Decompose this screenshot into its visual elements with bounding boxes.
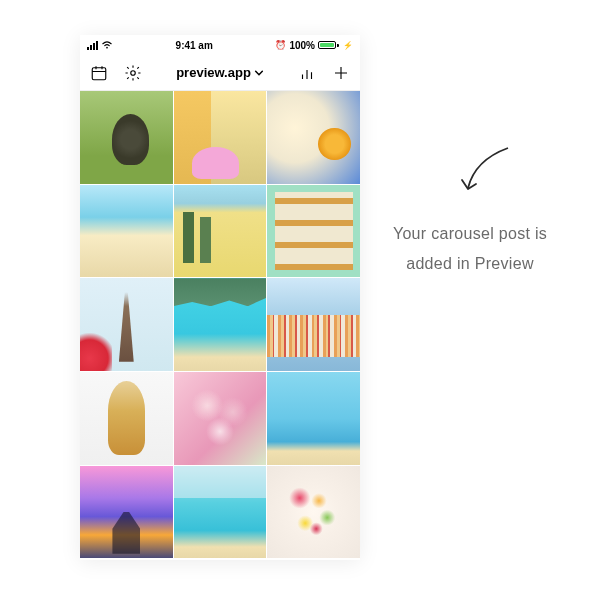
grid-post[interactable] xyxy=(80,278,173,371)
annotation-text: Your carousel post is added in Preview xyxy=(385,219,555,280)
status-right: ⏰ 100% ⚡ xyxy=(275,40,353,51)
svg-point-2 xyxy=(131,70,136,75)
annotation: Your carousel post is added in Preview xyxy=(385,140,555,280)
status-bar: 9:41 am ⏰ 100% ⚡ xyxy=(80,35,360,55)
phone-frame: 9:41 am ⏰ 100% ⚡ preview.app xyxy=(80,35,360,560)
calendar-button[interactable] xyxy=(90,64,108,82)
grid-post[interactable] xyxy=(267,466,360,559)
settings-button[interactable] xyxy=(124,64,142,82)
grid-post[interactable] xyxy=(267,278,360,371)
battery-icon xyxy=(318,41,339,49)
app-header: preview.app xyxy=(80,55,360,91)
svg-point-0 xyxy=(106,46,108,48)
add-button[interactable] xyxy=(332,64,350,82)
app-title-dropdown[interactable]: preview.app xyxy=(176,65,264,80)
grid-post[interactable] xyxy=(267,91,360,184)
grid-post[interactable] xyxy=(174,466,267,559)
grid-post[interactable] xyxy=(80,91,173,184)
charging-icon: ⚡ xyxy=(343,41,353,50)
grid-post[interactable] xyxy=(174,185,267,278)
status-time: 9:41 am xyxy=(176,40,213,51)
alarm-icon: ⏰ xyxy=(275,40,286,50)
wifi-icon xyxy=(101,40,113,51)
analytics-button[interactable] xyxy=(298,64,316,82)
grid-post[interactable] xyxy=(174,372,267,465)
signal-icon xyxy=(87,41,98,50)
grid-post[interactable] xyxy=(80,185,173,278)
app-title: preview.app xyxy=(176,65,251,80)
grid-post[interactable] xyxy=(80,372,173,465)
battery-percentage: 100% xyxy=(289,40,315,51)
status-left xyxy=(87,40,113,51)
grid-post[interactable] xyxy=(174,91,267,184)
grid-post[interactable] xyxy=(267,372,360,465)
grid-post[interactable] xyxy=(174,278,267,371)
svg-rect-1 xyxy=(92,67,106,79)
grid-post[interactable] xyxy=(80,466,173,559)
feed-grid xyxy=(80,91,360,558)
chevron-down-icon xyxy=(254,68,264,78)
arrow-icon xyxy=(425,140,555,199)
grid-post[interactable] xyxy=(267,185,360,278)
